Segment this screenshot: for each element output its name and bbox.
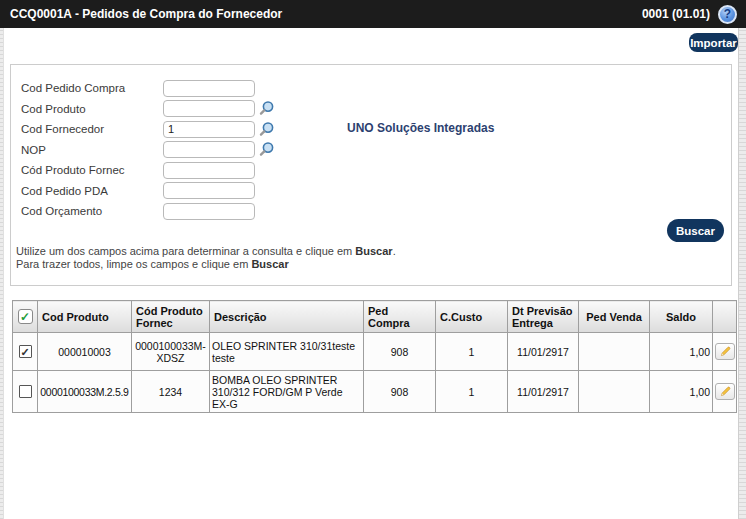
- table-row: 000010003 0000100033M-XDSZ OLEO SPRINTER…: [13, 333, 737, 371]
- cod-pedido-compra-input[interactable]: [163, 80, 255, 97]
- header-cod-produto-fornec: Cód Produto Fornec: [132, 301, 210, 333]
- app-window: CCQ0001A - Pedidos de Compra do Forneced…: [0, 0, 746, 519]
- help-icon[interactable]: ?: [718, 5, 737, 24]
- cell-c-custo: 1: [436, 371, 508, 413]
- cod-produto-fornec-input[interactable]: [163, 162, 255, 179]
- header-ped-compra: Ped Compra: [364, 301, 436, 333]
- magnifier-icon[interactable]: [258, 141, 275, 158]
- header-c-custo: C.Custo: [436, 301, 508, 333]
- select-all-checkbox[interactable]: [18, 309, 33, 324]
- field-row-nop: NOP: [11, 140, 731, 161]
- search-form: Cod Pedido Compra Cod Produto Cod Fornec…: [11, 65, 731, 222]
- field-row-cod-produto: Cod Produto: [11, 99, 731, 120]
- cell-ped-venda: [579, 371, 650, 413]
- header-ped-venda: Ped Venda: [579, 301, 650, 333]
- header-saldo: Saldo: [650, 301, 713, 333]
- cod-fornecedor-label: Cod Fornecedor: [21, 123, 163, 135]
- importar-button[interactable]: Importar: [689, 33, 738, 52]
- header-actions: [713, 301, 737, 333]
- header-cod-produto: Cod Produto: [38, 301, 132, 333]
- cod-pedido-compra-label: Cod Pedido Compra: [21, 82, 163, 94]
- cod-produto-input[interactable]: [163, 100, 255, 117]
- cell-dt-previsao-entrega: 11/01/2917: [508, 333, 579, 371]
- field-row-cod-pedido-compra: Cod Pedido Compra: [11, 78, 731, 99]
- magnifier-icon[interactable]: [258, 100, 275, 117]
- hint-line-1: Utilize um dos campos acima para determi…: [16, 245, 396, 258]
- results-table: Cod Produto Cód Produto Fornec Descrição…: [12, 300, 737, 413]
- table-row: 0000100033M.2.5.9 1234 BOMBA OLEO SPRINT…: [13, 371, 737, 413]
- left-frame-edge: [0, 28, 4, 519]
- cell-descricao: OLEO SPRINTER 310/31teste teste: [210, 333, 364, 371]
- field-row-cod-produto-fornec: Cód Produto Fornec: [11, 160, 731, 181]
- cell-ped-compra: 908: [364, 333, 436, 371]
- magnifier-icon[interactable]: [258, 121, 275, 138]
- page-title: CCQ0001A - Pedidos de Compra do Forneced…: [10, 7, 642, 21]
- cell-ped-venda: [579, 333, 650, 371]
- cod-fornecedor-input[interactable]: [163, 121, 255, 138]
- header-descricao: Descrição: [210, 301, 364, 333]
- cell-cod-produto-fornec: 0000100033M-XDSZ: [132, 333, 210, 371]
- titlebar: CCQ0001A - Pedidos de Compra do Forneced…: [0, 0, 746, 28]
- cell-dt-previsao-entrega: 11/01/2917: [508, 371, 579, 413]
- row-checkbox[interactable]: [19, 385, 32, 398]
- field-row-cod-pedido-pda: Cod Pedido PDA: [11, 181, 731, 202]
- search-panel: Cod Pedido Compra Cod Produto Cod Fornec…: [10, 64, 732, 286]
- pencil-icon: [719, 345, 732, 358]
- cell-saldo: 1,00: [650, 371, 713, 413]
- cod-orcamento-input[interactable]: [163, 203, 255, 220]
- nop-input[interactable]: [163, 141, 255, 158]
- pencil-icon: [719, 385, 732, 398]
- field-row-cod-orcamento: Cod Orçamento: [11, 201, 731, 222]
- cell-descricao: BOMBA OLEO SPRINTER 310/312 FORD/GM P Ve…: [210, 371, 364, 413]
- vertical-scrollbar[interactable]: [738, 28, 746, 519]
- search-hints: Utilize um dos campos acima para determi…: [16, 245, 396, 271]
- edit-row-button[interactable]: [715, 343, 735, 360]
- header-dt-previsao-entrega: Dt Previsão Entrega: [508, 301, 579, 333]
- cell-cod-produto-fornec: 1234: [132, 371, 210, 413]
- edit-row-button[interactable]: [715, 383, 735, 400]
- buscar-button[interactable]: Buscar: [667, 219, 724, 242]
- table-header-row: Cod Produto Cód Produto Fornec Descrição…: [13, 301, 737, 333]
- version-label: 0001 (01.01): [642, 7, 710, 21]
- cell-cod-produto: 0000100033M.2.5.9: [38, 371, 132, 413]
- cod-pedido-pda-input[interactable]: [163, 182, 255, 199]
- cell-saldo: 1,00: [650, 333, 713, 371]
- row-checkbox[interactable]: [19, 345, 32, 358]
- cod-orcamento-label: Cod Orçamento: [21, 205, 163, 217]
- cod-pedido-pda-label: Cod Pedido PDA: [21, 185, 163, 197]
- cell-c-custo: 1: [436, 333, 508, 371]
- cell-ped-compra: 908: [364, 371, 436, 413]
- cell-cod-produto: 000010003: [38, 333, 132, 371]
- brand-text: UNO Soluções Integradas: [347, 121, 494, 135]
- cod-produto-fornec-label: Cód Produto Fornec: [21, 164, 163, 176]
- cod-produto-label: Cod Produto: [21, 103, 163, 115]
- nop-label: NOP: [21, 144, 163, 156]
- hint-line-2: Para trazer todos, limpe os campos e cli…: [16, 258, 396, 271]
